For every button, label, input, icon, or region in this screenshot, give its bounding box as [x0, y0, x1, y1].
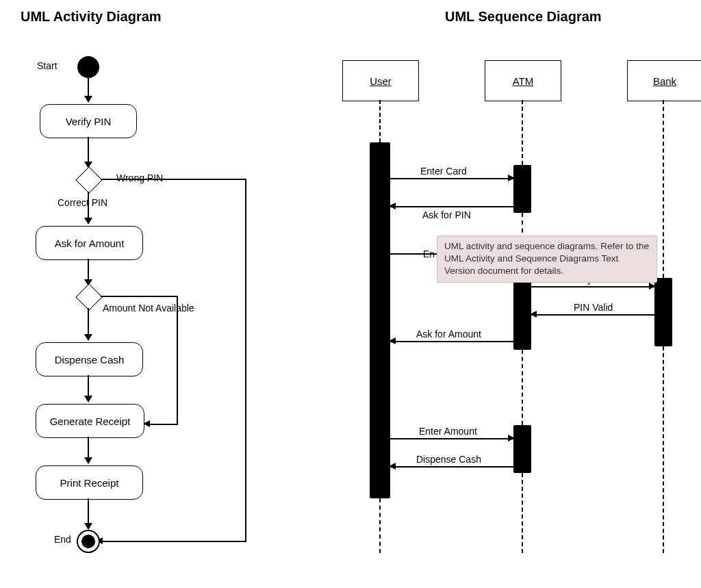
lifeline-bank-label: Bank — [653, 75, 676, 87]
lifeline-user-label: User — [370, 75, 392, 87]
amount-na-label: Amount Not Available — [103, 303, 194, 314]
lifeline-dash — [379, 498, 381, 553]
msg-line — [390, 206, 513, 207]
generate-receipt-node: Generate Receipt — [36, 404, 144, 438]
decision-amount-icon — [75, 283, 103, 311]
edge — [149, 424, 178, 425]
arrow-left-icon — [389, 463, 396, 470]
msg-line — [390, 438, 513, 439]
activation-bank — [654, 278, 672, 346]
lifeline-dash — [522, 473, 523, 553]
arrow-right-icon — [649, 283, 656, 290]
activity-title: UML Activity Diagram — [21, 9, 162, 25]
msg-enter-card: Enter Card — [420, 166, 467, 177]
arrow-down-icon — [84, 457, 92, 464]
ask-amount-node: Ask for Amount — [36, 226, 143, 260]
msg-line — [390, 466, 513, 468]
edge — [88, 259, 89, 281]
verify-pin-label: Verify PIN — [66, 116, 112, 127]
lifeline-dash — [663, 346, 664, 553]
msg-line — [390, 178, 513, 179]
msg-line — [531, 314, 654, 316]
lifeline-atm-box: ATM — [485, 60, 561, 101]
msg-ask-pin: Ask for PIN — [422, 209, 471, 220]
sequence-title: UML Sequence Diagram — [445, 9, 602, 25]
ask-amount-label: Ask for Amount — [55, 238, 125, 249]
start-node-icon — [77, 56, 99, 78]
activation-user — [370, 142, 390, 498]
tooltip: UML activity and sequence diagrams. Refe… — [437, 235, 657, 283]
dispense-cash-label: Dispense Cash — [55, 354, 125, 366]
page: UML Activity Diagram UML Sequence Diagra… — [0, 0, 701, 588]
arrow-down-icon — [84, 396, 92, 402]
lifeline-dash — [522, 100, 523, 165]
arrow-down-icon — [84, 96, 92, 103]
end-node-dot-icon — [81, 535, 95, 548]
lifeline-atm-label: ATM — [513, 75, 534, 87]
decision-pin-icon — [75, 166, 103, 194]
edge — [88, 192, 89, 219]
edge — [177, 296, 178, 424]
generate-receipt-label: Generate Receipt — [50, 416, 131, 427]
lifeline-user-box: User — [342, 60, 419, 101]
edge — [245, 179, 246, 541]
msg-enter-pin-partial: En — [423, 248, 435, 259]
msg-enter-amount: Enter Amount — [419, 426, 477, 437]
arrow-right-icon — [508, 175, 515, 181]
arrow-down-icon — [84, 523, 92, 530]
arrow-down-icon — [84, 218, 92, 225]
edge — [88, 498, 89, 524]
end-label: End — [54, 534, 71, 545]
dispense-cash-node: Dispense Cash — [36, 342, 143, 376]
edge — [88, 375, 89, 397]
arrow-down-icon — [84, 334, 92, 341]
lifeline-bank-box: Bank — [627, 60, 701, 101]
msg-ask-amount: Ask for Amount — [416, 329, 481, 340]
edge — [88, 308, 89, 335]
lifeline-dash — [379, 100, 381, 142]
edge — [88, 137, 89, 163]
verify-pin-node: Verify PIN — [40, 104, 137, 138]
print-receipt-node: Print Receipt — [36, 465, 143, 500]
edge — [101, 296, 178, 297]
msg-dispense-cash: Dispense Cash — [416, 454, 481, 465]
msg-line — [531, 286, 654, 287]
edge — [88, 437, 89, 459]
lifeline-dash — [663, 100, 664, 278]
activation-atm-1 — [513, 165, 531, 213]
print-receipt-label: Print Receipt — [60, 477, 119, 489]
edge — [102, 541, 246, 542]
msg-line — [390, 341, 513, 342]
arrow-left-icon — [389, 203, 396, 209]
lifeline-dash — [522, 350, 523, 425]
arrow-left-icon — [389, 337, 396, 344]
msg-pin-valid: PIN Valid — [574, 302, 613, 313]
wrong-pin-label: Wrong PIN — [116, 172, 163, 183]
edge — [88, 78, 89, 97]
correct-pin-label: Correct PIN — [58, 197, 107, 208]
arrow-left-icon — [530, 311, 537, 318]
activation-atm-3 — [513, 425, 531, 473]
start-label: Start — [37, 60, 58, 71]
arrow-right-icon — [508, 435, 515, 442]
